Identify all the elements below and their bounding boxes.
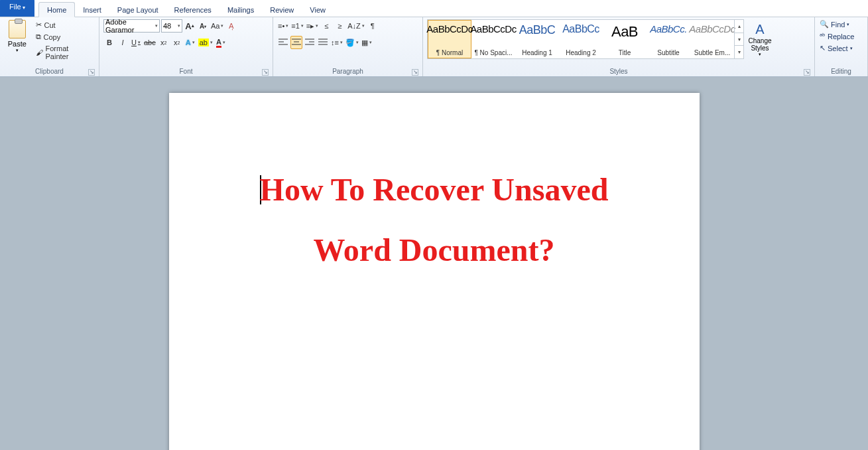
align-right-icon [305,38,314,46]
group-title-editing: Editing [818,68,865,76]
highlight-button[interactable]: ab [198,36,214,49]
ribbon: Paste ▾ ✂Cut ⧉Copy 🖌Format Painter Clipb… [0,17,868,77]
group-font: Adobe Garamor▾ 48▾ A▴ A▾ Aa Aͅ B I U abc… [99,17,273,76]
numbering-icon: ≡1 [291,22,300,30]
tab-file[interactable]: File [0,0,34,17]
tab-references[interactable]: References [166,3,219,17]
clipboard-launcher[interactable]: ↘ [88,69,95,76]
shading-button[interactable]: 🪣 [345,36,359,49]
group-title-font: Font↘ [102,68,270,76]
clear-formatting-button[interactable]: Aͅ [225,19,237,33]
bullets-button[interactable]: ≡• [277,19,289,33]
find-icon: 🔍 [820,20,829,29]
grow-font-button[interactable]: A▴ [184,19,196,33]
replace-button[interactable]: ᵃᵇReplace [818,31,865,42]
increase-indent-button[interactable]: ≥ [334,19,345,33]
justify-button[interactable] [317,36,329,49]
bold-button[interactable]: B [103,36,115,49]
paste-button[interactable]: Paste ▾ [4,19,30,54]
align-left-icon [279,38,288,46]
indent-icon: ≥ [338,22,341,30]
cursor-icon: ↖ [820,44,826,52]
group-title-paragraph: Paragraph↘ [276,68,420,76]
styles-launcher[interactable]: ↘ [804,69,810,76]
group-paragraph: ≡• ≡1 ≡▸ ≤ ≥ A↓Z ¶ ↕≡ 🪣 ▦ Paragraph↘ [273,17,423,76]
style-title[interactable]: AaBTitle [603,20,647,58]
style-subtle-emphasis[interactable]: AaBbCcDcSubtle Em... [690,20,734,58]
document-text[interactable]: How To Recover Unsaved Word Document? [229,159,640,280]
tab-review[interactable]: Review [262,3,302,17]
group-editing: 🔍Find▾ ᵃᵇReplace ↖Select▾ Editing [815,17,868,76]
sort-icon: A↓Z [347,22,361,30]
paragraph-launcher[interactable]: ↘ [412,69,418,76]
group-title-styles: Styles↘ [426,68,812,76]
brush-icon: 🖌 [36,48,43,56]
numbering-button[interactable]: ≡1 [290,19,304,33]
shrink-font-button[interactable]: A▾ [197,19,209,33]
italic-button[interactable]: I [117,36,129,49]
copy-icon: ⧉ [36,33,41,41]
align-center-button[interactable] [290,36,302,49]
format-painter-button[interactable]: 🖌Format Painter [34,43,95,62]
style-heading-2[interactable]: AaBbCcHeading 2 [559,20,603,58]
font-launcher[interactable]: ↘ [262,69,269,76]
text-effects-button[interactable]: A [184,36,196,49]
cut-button[interactable]: ✂Cut [34,19,95,31]
chevron-down-icon[interactable]: ▾ [178,23,180,29]
justify-icon [318,38,328,46]
border-icon: ▦ [361,38,368,47]
sort-button[interactable]: A↓Z [347,19,365,33]
underline-button[interactable]: U [130,36,142,49]
document-workspace[interactable]: How To Recover Unsaved Word Document? [0,77,868,450]
tab-page-layout[interactable]: Page Layout [109,3,166,17]
tab-mailings[interactable]: Mailings [219,3,262,17]
align-left-button[interactable] [277,36,289,49]
change-styles-button[interactable]: A Change Styles ▾ [745,20,775,59]
font-color-button[interactable]: A [215,36,227,49]
style-normal[interactable]: AaBbCcDc¶ Normal [428,20,471,58]
tab-view[interactable]: View [302,3,334,17]
style-scroll: ▴ ▾ ▾ [734,20,743,58]
font-name-input[interactable]: Adobe Garamor▾ [103,19,160,33]
paste-label: Paste [8,40,27,48]
document-page[interactable]: How To Recover Unsaved Word Document? [169,93,700,450]
borders-button[interactable]: ▦ [361,36,373,49]
tab-home[interactable]: Home [38,2,75,17]
tab-bar: File Home Insert Page Layout References … [0,0,868,17]
replace-icon: ᵃᵇ [820,32,826,40]
font-size-input[interactable]: 48▾ [161,19,182,33]
tab-insert[interactable]: Insert [75,3,109,17]
paint-bucket-icon: 🪣 [345,38,355,47]
multilevel-icon: ≡▸ [306,22,314,31]
style-scroll-up[interactable]: ▴ [735,20,743,33]
clipboard-icon [9,20,26,38]
show-marks-button[interactable]: ¶ [367,19,379,33]
chevron-down-icon: ▾ [759,52,761,57]
group-clipboard: Paste ▾ ✂Cut ⧉Copy 🖌Format Painter Clipb… [0,17,99,76]
subscript-button[interactable]: x2 [158,36,170,49]
chevron-down-icon[interactable]: ▾ [155,23,158,29]
outdent-icon: ≤ [324,22,328,30]
strikethrough-button[interactable]: abc [143,36,156,49]
line-spacing-icon: ↕≡ [331,38,339,46]
style-subtitle[interactable]: AaBbCc.Subtitle [647,20,690,58]
line-spacing-button[interactable]: ↕≡ [330,36,343,49]
decrease-indent-button[interactable]: ≤ [320,19,332,33]
style-no-spacing[interactable]: AaBbCcDc¶ No Spaci... [471,20,515,58]
select-button[interactable]: ↖Select▾ [818,42,865,54]
change-case-button[interactable]: Aa [210,19,224,33]
eraser-icon: Aͅ [229,22,234,31]
multilevel-button[interactable]: ≡▸ [306,19,319,33]
style-gallery: AaBbCcDc¶ Normal AaBbCcDc¶ No Spaci... A… [427,19,744,59]
group-title-clipboard: Clipboard↘ [3,68,96,76]
group-styles: AaBbCcDc¶ Normal AaBbCcDc¶ No Spaci... A… [423,17,815,76]
align-right-button[interactable] [304,36,316,49]
scissors-icon: ✂ [36,21,42,29]
style-expand[interactable]: ▾ [735,46,743,58]
style-scroll-down[interactable]: ▾ [735,33,743,46]
find-button[interactable]: 🔍Find▾ [818,19,865,30]
copy-button[interactable]: ⧉Copy [34,31,95,42]
change-styles-icon: A [755,22,764,37]
style-heading-1[interactable]: AaBbCHeading 1 [515,20,559,58]
superscript-button[interactable]: x2 [171,36,183,49]
